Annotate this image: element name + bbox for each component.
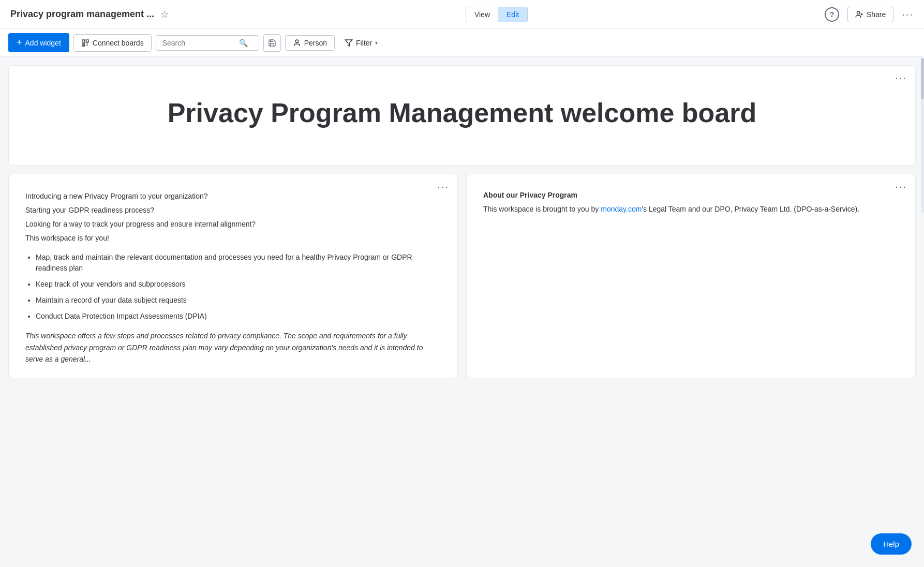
share-label: Share — [867, 10, 886, 19]
header-card-dots[interactable]: ··· — [895, 72, 907, 84]
main-content: ··· Privacy Program Management welcome b… — [0, 57, 924, 566]
chevron-down-icon: ▾ — [375, 40, 378, 46]
italic-disclaimer: This workspace offers a few steps and pr… — [25, 330, 441, 365]
connect-boards-label: Connect boards — [93, 39, 144, 47]
page-title: Privacy program management ... — [10, 9, 154, 20]
right-content-card: ··· About our Privacy Program This works… — [466, 174, 916, 378]
list-item: Map, track and maintain the relevant doc… — [36, 252, 441, 274]
scrollbar-thumb[interactable] — [921, 58, 924, 99]
view-button[interactable]: View — [466, 7, 498, 22]
intro-line4: This workspace is for you! — [25, 233, 441, 244]
scrollbar[interactable] — [921, 58, 924, 213]
about-text-before: This workspace is brought to you by — [483, 205, 601, 213]
person-label: Person — [304, 39, 327, 47]
help-button[interactable]: Help — [871, 533, 912, 555]
person-filter-button[interactable]: Person — [285, 35, 335, 51]
intro-line2: Starting your GDPR readiness process? — [25, 205, 441, 216]
board-title: Privacy Program Management welcome board — [29, 97, 895, 129]
svg-marker-9 — [345, 40, 352, 46]
list-item: Keep track of your vendors and subproces… — [36, 279, 441, 290]
header-card: ··· Privacy Program Management welcome b… — [8, 65, 916, 166]
top-nav: Privacy program management ... ☆ View Ed… — [0, 0, 924, 29]
svg-point-8 — [295, 40, 298, 42]
about-title: About our Privacy Program — [483, 191, 899, 199]
help-circle-icon[interactable]: ? — [825, 7, 839, 22]
monday-link[interactable]: monday.com — [601, 205, 642, 213]
more-options-icon[interactable]: ··· — [902, 8, 914, 20]
filter-label: Filter — [356, 39, 372, 47]
add-widget-button[interactable]: + Add widget — [8, 33, 69, 52]
svg-rect-3 — [82, 40, 85, 42]
filter-button[interactable]: Filter ▾ — [339, 35, 383, 51]
right-card-dots[interactable]: ··· — [895, 181, 907, 192]
star-icon[interactable]: ☆ — [160, 9, 169, 20]
view-edit-group: View Edit — [466, 7, 528, 22]
nav-left: Privacy program management ... ☆ — [10, 9, 169, 20]
search-icon: 🔍 — [239, 39, 248, 47]
save-icon — [268, 39, 276, 47]
save-view-button[interactable] — [263, 34, 281, 52]
share-person-icon — [855, 10, 863, 19]
bullet-list: Map, track and maintain the relevant doc… — [36, 252, 441, 322]
person-icon — [293, 39, 301, 47]
about-text-after: 's Legal Team and our DPO, Privacy Team … — [642, 205, 859, 213]
plus-icon: + — [17, 37, 22, 48]
intro-text: Introducing a new Privacy Program to you… — [25, 191, 441, 244]
intro-line3: Looking for a way to track your progress… — [25, 219, 441, 230]
left-content-card: ··· Introducing a new Privacy Program to… — [8, 174, 458, 378]
list-item: Conduct Data Protection Impact Assessmen… — [36, 311, 441, 322]
connect-boards-button[interactable]: Connect boards — [73, 34, 152, 52]
left-card-body: Introducing a new Privacy Program to you… — [25, 187, 441, 365]
intro-line1: Introducing a new Privacy Program to you… — [25, 191, 441, 202]
connect-boards-icon — [81, 39, 90, 47]
list-item: Maintain a record of your data subject r… — [36, 295, 441, 306]
left-card-dots[interactable]: ··· — [437, 181, 449, 192]
nav-right: ? Share ··· — [825, 7, 914, 22]
filter-icon — [345, 39, 353, 47]
right-card-body: About our Privacy Program This workspace… — [483, 187, 899, 215]
edit-button[interactable]: Edit — [498, 7, 527, 22]
svg-point-0 — [857, 11, 859, 14]
toolbar: + Add widget Connect boards 🔍 Person Fil… — [0, 29, 924, 57]
share-button[interactable]: Share — [847, 7, 893, 22]
header-card-content: Privacy Program Management welcome board — [9, 66, 915, 165]
search-input[interactable] — [162, 39, 235, 47]
search-box[interactable]: 🔍 — [156, 35, 259, 51]
about-text: This workspace is brought to you by mond… — [483, 203, 899, 215]
cards-row: ··· Introducing a new Privacy Program to… — [8, 174, 916, 378]
add-widget-label: Add widget — [25, 39, 61, 47]
